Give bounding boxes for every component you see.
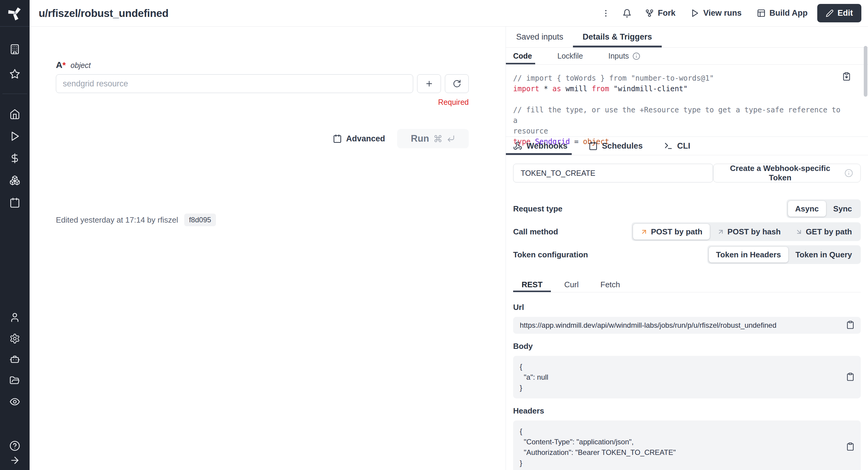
code-token: "windmill-client": [609, 85, 688, 93]
details-pane: Saved inputs Details & Triggers Code Loc…: [505, 27, 868, 470]
clipboard-icon: [846, 372, 855, 381]
code-token: from: [592, 85, 609, 93]
calendar-icon: [333, 134, 342, 143]
edit-label: Edit: [837, 8, 853, 18]
url-box: https://app.windmill.dev/api/w/windmill-…: [513, 317, 861, 334]
field-type: object: [71, 61, 91, 69]
edit-button[interactable]: Edit: [817, 4, 861, 22]
body-line: }: [520, 382, 840, 393]
play-outline-icon: [690, 9, 699, 18]
webhook-icon: [513, 142, 522, 150]
call-method-post-by-hash[interactable]: POST by hash: [710, 224, 788, 240]
body-box: { "a": null}: [513, 356, 861, 399]
call-method-label: Call method: [513, 227, 558, 237]
windmill-logo[interactable]: [0, 0, 30, 27]
star-icon[interactable]: [7, 67, 22, 81]
code-preview[interactable]: // import { toWords } from "number-to-wo…: [506, 65, 868, 136]
command-icon: [434, 134, 442, 143]
add-property-button[interactable]: [417, 74, 441, 93]
copy-url-button[interactable]: [846, 320, 855, 330]
home-icon[interactable]: [7, 107, 22, 121]
bell-icon: [622, 9, 631, 18]
tab-schedules[interactable]: Schedules: [589, 137, 643, 155]
headers-line: {: [520, 426, 840, 436]
terminal-icon: [664, 142, 673, 150]
webhook-token-input[interactable]: [513, 164, 713, 183]
run-button[interactable]: Run: [397, 129, 469, 148]
windmill-logo-icon: [7, 5, 23, 21]
tab-details-triggers[interactable]: Details & Triggers: [583, 27, 652, 48]
copy-headers-button[interactable]: [846, 442, 855, 452]
eye-icon[interactable]: [7, 395, 22, 409]
token-config-toggle: Token in Headers Token in Query: [707, 245, 861, 264]
token-in-query[interactable]: Token in Query: [788, 247, 859, 262]
arrow-right-icon[interactable]: [7, 453, 22, 468]
field-name: A: [56, 60, 63, 70]
headers-box: { "Content-Type": "application/json", "A…: [513, 420, 861, 470]
topbar: u/rfiszel/robust_undefined Fork View run…: [30, 0, 868, 27]
play-icon[interactable]: [7, 129, 22, 144]
kebab-menu-button[interactable]: [597, 5, 614, 22]
create-webhook-token-button[interactable]: Create a Webhook-specific Token: [713, 164, 861, 183]
request-type-sync[interactable]: Sync: [826, 201, 859, 217]
arrow-down-right-icon: [795, 228, 803, 236]
body-line: "a": null: [520, 372, 840, 382]
reset-button[interactable]: [445, 74, 469, 93]
body-label: Body: [513, 342, 861, 351]
help-icon[interactable]: [7, 439, 22, 453]
request-type-async[interactable]: Async: [788, 201, 826, 217]
layout-icon: [757, 9, 766, 18]
bell-button[interactable]: [619, 5, 636, 22]
tab-inputs[interactable]: Inputs: [608, 48, 640, 64]
code-comment-2-wrap: resource: [513, 127, 548, 135]
tab-inputs-label: Inputs: [608, 52, 629, 60]
call-method-get-by-path[interactable]: GET by path: [788, 224, 859, 240]
token-in-headers[interactable]: Token in Headers: [709, 247, 788, 262]
corner-down-left-icon: [447, 134, 455, 143]
call-method-post-by-path[interactable]: POST by path: [633, 224, 709, 240]
trigger-tabs: Webhooks Schedules CLI: [506, 136, 868, 155]
user-icon[interactable]: [7, 310, 22, 325]
tab-code[interactable]: Code: [513, 48, 532, 64]
call-method-label-text: GET by path: [806, 227, 852, 237]
robot-icon[interactable]: [7, 352, 22, 367]
boxes-icon[interactable]: [7, 173, 22, 188]
sidebar: [0, 0, 30, 470]
view-runs-button[interactable]: View runs: [685, 5, 747, 22]
tab-lockfile[interactable]: Lockfile: [558, 48, 583, 64]
object-input[interactable]: [56, 74, 413, 93]
code-tabs: Code Lockfile Inputs: [506, 48, 868, 65]
folder-icon[interactable]: [7, 374, 22, 388]
code-token: import: [513, 85, 539, 93]
copy-code-button[interactable]: [842, 72, 851, 82]
plus-icon: [425, 80, 433, 88]
fork-button[interactable]: Fork: [640, 5, 681, 22]
calendar-icon[interactable]: [7, 195, 22, 210]
tab-cli-label: CLI: [677, 142, 690, 151]
tab-rest[interactable]: REST: [513, 277, 551, 292]
gear-icon[interactable]: [7, 331, 22, 346]
panel-scrollbar[interactable]: [864, 46, 867, 97]
tab-fetch[interactable]: Fetch: [592, 277, 628, 292]
tab-curl[interactable]: Curl: [556, 277, 587, 292]
advanced-label: Advanced: [346, 134, 385, 144]
version-badge[interactable]: f8d095: [184, 214, 216, 226]
edited-text: Edited yesterday at 17:14 by rfiszel: [56, 215, 178, 225]
tab-webhooks[interactable]: Webhooks: [513, 137, 567, 155]
call-method-label-text: POST by hash: [727, 227, 781, 237]
dollar-icon[interactable]: [7, 151, 22, 165]
code-token: wmill: [561, 85, 592, 93]
clipboard-icon: [846, 320, 855, 329]
call-method-toggle: POST by path POST by hash GET by path: [631, 222, 861, 241]
copy-body-button[interactable]: [846, 372, 855, 382]
tab-saved-inputs[interactable]: Saved inputs: [516, 27, 563, 48]
headers-line: "Content-Type": "application/json",: [520, 436, 840, 447]
code-comment-1: // import { toWords } from "number-to-wo…: [513, 74, 714, 83]
git-fork-icon: [645, 9, 654, 18]
fork-label: Fork: [658, 8, 676, 18]
info-icon: [632, 52, 640, 60]
advanced-button[interactable]: Advanced: [333, 134, 385, 144]
tab-cli[interactable]: CLI: [664, 137, 690, 155]
building-icon[interactable]: [7, 42, 22, 57]
build-app-button[interactable]: Build App: [751, 5, 813, 22]
